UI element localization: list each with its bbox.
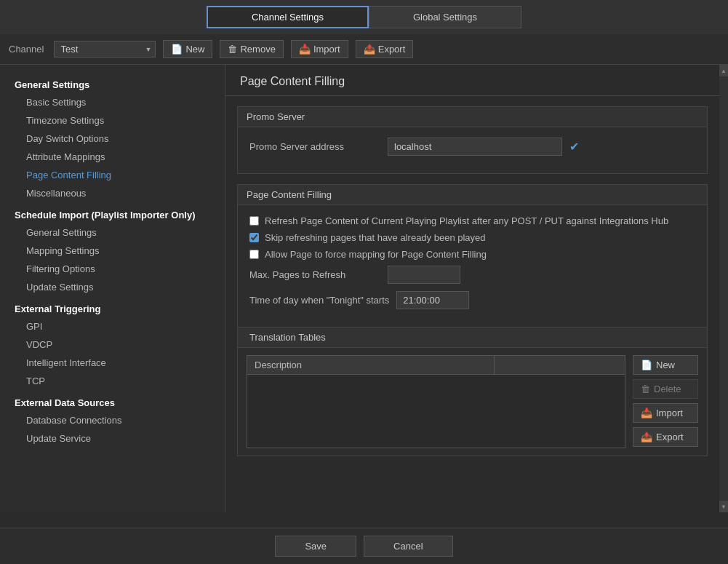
- bottom-bar: Save Cancel: [0, 528, 728, 564]
- scroll-down-arrow[interactable]: ▼: [719, 501, 728, 512]
- import-button[interactable]: 📥 Import: [291, 40, 348, 58]
- translation-new-label: New: [656, 360, 675, 370]
- checkbox-refresh-post[interactable]: [249, 216, 259, 226]
- table-col-value: [495, 356, 625, 374]
- sidebar: General Settings Basic Settings Timezone…: [0, 65, 225, 512]
- new-label: New: [185, 44, 204, 55]
- export-button[interactable]: 📤 Export: [356, 40, 414, 58]
- tonight-row: Time of day when "Tonight" starts: [249, 291, 695, 309]
- promo-address-row: Promo Server address ✔: [249, 138, 695, 156]
- sidebar-item-timezone-settings[interactable]: Timezone Settings: [0, 111, 225, 130]
- tab-global-settings[interactable]: Global Settings: [369, 6, 521, 28]
- checkbox-row-1: Refresh Page Content of Current Playing …: [249, 215, 695, 226]
- translation-export-icon: 📤: [641, 432, 652, 442]
- page-title: Page Content Filling: [225, 65, 719, 96]
- sidebar-item-day-switch-options[interactable]: Day Switch Options: [0, 130, 225, 148]
- sidebar-item-si-mapping-settings[interactable]: Mapping Settings: [0, 242, 225, 260]
- translation-tables-header: Translation Tables: [238, 327, 707, 348]
- checkbox-skip-refreshing[interactable]: [249, 233, 259, 242]
- page-content-filling-section: Page Content Filling Refresh Page Conten…: [237, 184, 708, 456]
- translation-new-icon: 📄: [641, 360, 652, 370]
- sidebar-item-page-content-filling[interactable]: Page Content Filling: [0, 166, 225, 184]
- promo-server-content: Promo Server address ✔: [238, 127, 707, 173]
- sidebar-item-vdcp[interactable]: VDCP: [0, 335, 225, 354]
- table-header-row: Description: [247, 356, 625, 375]
- translation-delete-icon: 🗑: [641, 384, 650, 394]
- remove-button[interactable]: 🗑 Remove: [220, 40, 283, 58]
- cancel-button[interactable]: Cancel: [364, 536, 452, 557]
- schedule-import-header: Schedule Import (Playlist Importer Only): [0, 202, 225, 223]
- content-area: Page Content Filling Promo Server Promo …: [225, 65, 719, 512]
- max-pages-label: Max. Pages to Refresh: [249, 269, 380, 280]
- table-body: [247, 375, 625, 448]
- channel-label: Channel: [9, 44, 44, 55]
- translation-table: Description: [247, 355, 625, 448]
- max-pages-input[interactable]: [388, 266, 460, 284]
- address-check-icon: ✔: [569, 140, 579, 154]
- tonight-label: Time of day when "Tonight" starts: [249, 295, 389, 306]
- tab-bar: Channel Settings Global Settings: [0, 0, 728, 34]
- checkbox-row-2: Skip refreshing pages that have already …: [249, 232, 695, 243]
- translation-new-button[interactable]: 📄 New: [633, 355, 698, 375]
- import-label: Import: [313, 44, 340, 55]
- general-settings-header: General Settings: [0, 72, 225, 93]
- new-doc-icon: 📄: [171, 44, 183, 55]
- table-col-description: Description: [247, 356, 495, 374]
- sidebar-item-si-filtering-options[interactable]: Filtering Options: [0, 260, 225, 278]
- translation-import-icon: 📥: [641, 408, 652, 418]
- translation-tables-container: Translation Tables Description 📄: [238, 327, 707, 456]
- checkbox-allow-page[interactable]: [249, 250, 259, 259]
- external-data-sources-header: External Data Sources: [0, 390, 225, 411]
- scroll-up-arrow[interactable]: ▲: [719, 65, 728, 76]
- tab-channel-settings[interactable]: Channel Settings: [207, 6, 369, 28]
- translation-buttons: 📄 New 🗑 Delete 📥 Import: [633, 355, 698, 447]
- checkbox-skip-refreshing-label: Skip refreshing pages that have already …: [265, 232, 486, 243]
- translation-delete-button[interactable]: 🗑 Delete: [633, 379, 698, 399]
- remove-label: Remove: [240, 44, 275, 55]
- save-button[interactable]: Save: [275, 536, 356, 557]
- toolbar: Channel Test 📄 New 🗑 Remove 📥 Import 📤 E…: [0, 34, 728, 65]
- translation-import-button[interactable]: 📥 Import: [633, 403, 698, 423]
- translation-area: Description 📄 New 🗑: [238, 348, 707, 456]
- promo-server-section: Promo Server Promo Server address ✔: [237, 106, 708, 174]
- promo-address-input[interactable]: [388, 138, 562, 156]
- checkbox-allow-page-label: Allow Page to force mapping for Page Con…: [265, 249, 487, 260]
- sidebar-item-database-connections[interactable]: Database Connections: [0, 411, 225, 429]
- translation-delete-label: Delete: [654, 384, 681, 394]
- promo-address-label: Promo Server address: [249, 141, 380, 152]
- translation-import-label: Import: [656, 408, 683, 418]
- max-pages-row: Max. Pages to Refresh: [249, 266, 695, 284]
- promo-server-header: Promo Server: [238, 107, 707, 127]
- translation-export-button[interactable]: 📤 Export: [633, 427, 698, 447]
- checkbox-refresh-post-label: Refresh Page Content of Current Playing …: [265, 215, 668, 226]
- export-icon: 📤: [364, 44, 375, 55]
- new-button[interactable]: 📄 New: [163, 40, 212, 58]
- tonight-input[interactable]: [396, 291, 469, 309]
- checkbox-row-3: Allow Page to force mapping for Page Con…: [249, 249, 695, 260]
- sidebar-item-miscellaneous[interactable]: Miscellaneous: [0, 184, 225, 202]
- sidebar-item-gpi[interactable]: GPI: [0, 317, 225, 335]
- sidebar-item-si-general-settings[interactable]: General Settings: [0, 223, 225, 242]
- channel-select-wrapper[interactable]: Test: [54, 41, 156, 57]
- sidebar-item-basic-settings[interactable]: Basic Settings: [0, 93, 225, 111]
- sidebar-item-si-update-settings[interactable]: Update Settings: [0, 278, 225, 296]
- external-triggering-header: External Triggering: [0, 296, 225, 317]
- page-content-filling-content: Refresh Page Content of Current Playing …: [238, 205, 707, 327]
- scrollbar: ▲ ▼: [719, 65, 728, 512]
- remove-icon: 🗑: [228, 44, 237, 55]
- channel-select[interactable]: Test: [54, 41, 156, 57]
- sidebar-item-tcp[interactable]: TCP: [0, 372, 225, 390]
- import-icon: 📥: [299, 44, 311, 55]
- sidebar-item-update-service[interactable]: Update Service: [0, 429, 225, 448]
- translation-export-label: Export: [656, 432, 684, 442]
- sidebar-item-intelligent-interface[interactable]: Intelligent Interface: [0, 354, 225, 372]
- export-label: Export: [378, 44, 406, 55]
- sidebar-item-attribute-mappings[interactable]: Attribute Mappings: [0, 148, 225, 166]
- page-content-filling-header: Page Content Filling: [238, 185, 707, 205]
